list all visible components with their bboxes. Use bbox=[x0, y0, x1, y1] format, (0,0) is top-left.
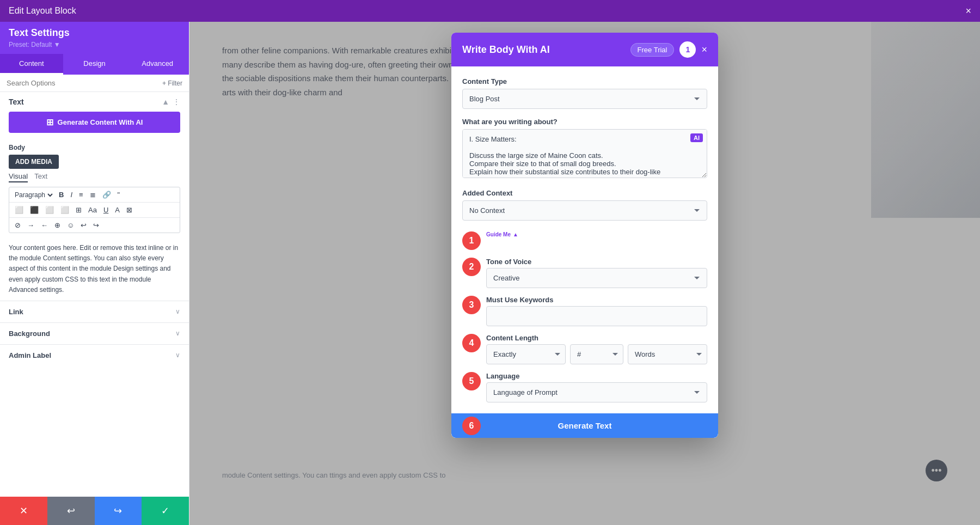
collapse-text-button[interactable]: ▲ bbox=[162, 97, 169, 106]
quote-button[interactable]: " bbox=[115, 190, 122, 200]
step-5-item: 5 Language Language of Prompt English Sp… bbox=[462, 372, 707, 402]
modal-close-button[interactable]: × bbox=[701, 44, 707, 56]
link-chevron-icon: ∨ bbox=[175, 308, 180, 315]
writing-about-textarea[interactable]: I. Size Matters: Discuss the large size … bbox=[462, 129, 707, 178]
underline-button[interactable]: U bbox=[101, 205, 111, 215]
ul-button[interactable]: ≡ bbox=[77, 190, 85, 200]
writing-about-label: What are you writing about? bbox=[462, 118, 707, 126]
admin-label-section-title: Admin Label bbox=[9, 351, 51, 359]
toolbar: Paragraph B I ≡ ≣ 🔗 " ⬜ ⬛ ⬜ ⬜ ⊞ Aa U bbox=[9, 187, 180, 233]
redo-button[interactable]: ↪ bbox=[95, 497, 142, 525]
step-1-badge: 1 bbox=[462, 231, 481, 250]
tone-select[interactable]: Creative Professional Casual Formal bbox=[486, 268, 707, 288]
step-3-item: 3 Must Use Keywords bbox=[462, 296, 707, 326]
text-button[interactable]: Aa bbox=[86, 205, 99, 215]
tab-content[interactable]: Content bbox=[0, 54, 63, 75]
step-4-badge: 4 bbox=[462, 334, 481, 352]
keywords-input[interactable] bbox=[486, 306, 707, 326]
search-input[interactable] bbox=[7, 79, 158, 87]
link-section[interactable]: Link ∨ bbox=[0, 301, 189, 322]
words-select[interactable]: Words Sentences Paragraphs bbox=[628, 344, 707, 364]
toolbar-row-2: ⬜ ⬛ ⬜ ⬜ ⊞ Aa U A ⊠ bbox=[9, 203, 180, 218]
step-3-badge: 3 bbox=[462, 296, 481, 314]
step-1-content: Guide Me ▲ bbox=[486, 231, 707, 240]
background-section-title: Background bbox=[9, 329, 50, 338]
tab-text[interactable]: Text bbox=[34, 172, 47, 182]
link-section-title: Link bbox=[9, 308, 23, 316]
more-options-button[interactable]: ⋮ bbox=[173, 97, 180, 106]
ol-button[interactable]: ≣ bbox=[88, 190, 98, 200]
bottom-bar: ✕ ↩ ↪ ✓ bbox=[0, 497, 189, 525]
cancel-button[interactable]: ✕ bbox=[0, 497, 47, 525]
steps-container: 1 Guide Me ▲ 2 Tone of Voice bbox=[451, 231, 718, 413]
writing-about-group: What are you writing about? I. Size Matt… bbox=[462, 118, 707, 180]
left-sidebar: Text Settings Preset: Default ▼ Content … bbox=[0, 22, 189, 525]
background-section[interactable]: Background ∨ bbox=[0, 322, 189, 344]
number-select[interactable]: # bbox=[570, 344, 623, 364]
modal-user-icon: 1 bbox=[679, 41, 696, 58]
sidebar-tabs: Content Design Advanced bbox=[0, 54, 189, 75]
format-button[interactable]: ⊠ bbox=[124, 205, 134, 215]
added-context-select[interactable]: No Context Custom Context Page Content bbox=[462, 200, 707, 221]
modal-body: Content Type Blog Post Article Product D… bbox=[451, 66, 718, 231]
step-1-item: 1 Guide Me ▲ bbox=[462, 231, 707, 250]
bold-button[interactable]: B bbox=[57, 190, 66, 200]
admin-label-chevron-icon: ∨ bbox=[175, 351, 180, 359]
save-button[interactable]: ✓ bbox=[142, 497, 189, 525]
filter-button[interactable]: + Filter bbox=[162, 80, 182, 87]
align-center-button[interactable]: ⬛ bbox=[28, 205, 41, 215]
special-button[interactable]: ⊕ bbox=[52, 220, 63, 230]
text-section-header: Text ▲ ⋮ bbox=[0, 92, 189, 109]
color-button[interactable]: A bbox=[113, 205, 122, 215]
step-4-item: 4 Content Length Exactly At Least At Mos… bbox=[462, 334, 707, 364]
tab-design[interactable]: Design bbox=[63, 54, 126, 75]
add-media-button[interactable]: ADD MEDIA bbox=[9, 155, 59, 169]
content-type-label: Content Type bbox=[462, 77, 707, 86]
sidebar-preset: Preset: Default ▼ bbox=[9, 41, 180, 48]
content-length-label: Content Length bbox=[486, 334, 707, 342]
tab-advanced[interactable]: Advanced bbox=[126, 54, 189, 75]
generate-ai-button[interactable]: ⊞ Generate Content With AI bbox=[9, 112, 180, 133]
content-length-row: Exactly At Least At Most About # Words bbox=[486, 344, 707, 364]
align-left-button[interactable]: ⬜ bbox=[13, 205, 26, 215]
generate-button-wrapper: 6 Generate Text bbox=[451, 413, 718, 438]
tab-visual[interactable]: Visual bbox=[9, 172, 28, 182]
guide-me-link[interactable]: Guide Me ▲ bbox=[486, 231, 707, 237]
redo-icon: ↪ bbox=[114, 505, 122, 517]
right-content: from other feline companions. With remar… bbox=[189, 22, 980, 525]
table-button[interactable]: ⊞ bbox=[74, 205, 84, 215]
modal-header: Write Body With AI Free Trial 1 × bbox=[451, 33, 718, 66]
toolbar-row-1: Paragraph B I ≡ ≣ 🔗 " bbox=[9, 187, 180, 203]
admin-label-section[interactable]: Admin Label ∨ bbox=[0, 344, 189, 366]
free-trial-button[interactable]: Free Trial bbox=[630, 43, 675, 57]
undo-editor-button[interactable]: ↩ bbox=[78, 220, 89, 230]
language-label: Language bbox=[486, 372, 707, 380]
exactly-select[interactable]: Exactly At Least At Most About bbox=[486, 344, 566, 364]
undo-button[interactable]: ↩ bbox=[47, 497, 95, 525]
main-layout: Text Settings Preset: Default ▼ Content … bbox=[0, 22, 980, 525]
top-bar: Edit Layout Block × bbox=[0, 0, 980, 22]
language-select[interactable]: Language of Prompt English Spanish Frenc… bbox=[486, 382, 707, 402]
clear-button[interactable]: ⊘ bbox=[13, 220, 23, 230]
emoji-button[interactable]: ☺ bbox=[65, 220, 76, 230]
body-label: Body bbox=[9, 144, 180, 151]
writing-textarea-wrapper: I. Size Matters: Discuss the large size … bbox=[462, 129, 707, 180]
top-bar-close-button[interactable]: × bbox=[965, 5, 971, 17]
align-justify-button[interactable]: ⬜ bbox=[58, 205, 71, 215]
sidebar-search-container: + Filter bbox=[0, 75, 189, 92]
background-chevron-icon: ∨ bbox=[175, 329, 180, 337]
sidebar-header: Text Settings Preset: Default ▼ bbox=[0, 22, 189, 54]
link-button[interactable]: 🔗 bbox=[100, 190, 113, 200]
redo-editor-button[interactable]: ↪ bbox=[91, 220, 101, 230]
step-6-badge: 6 bbox=[462, 417, 481, 435]
generate-text-button[interactable]: Generate Text bbox=[451, 413, 718, 438]
content-type-select[interactable]: Blog Post Article Product Description Em… bbox=[462, 89, 707, 109]
align-right-button[interactable]: ⬜ bbox=[43, 205, 56, 215]
indent-button[interactable]: → bbox=[25, 220, 36, 230]
paragraph-select[interactable]: Paragraph bbox=[13, 191, 54, 199]
ai-badge: AI bbox=[690, 133, 703, 142]
italic-button[interactable]: I bbox=[68, 190, 75, 200]
outdent-button[interactable]: ← bbox=[39, 220, 50, 230]
text-section-title: Text bbox=[9, 97, 24, 106]
modal-overlay: Write Body With AI Free Trial 1 × Conten… bbox=[189, 22, 980, 525]
